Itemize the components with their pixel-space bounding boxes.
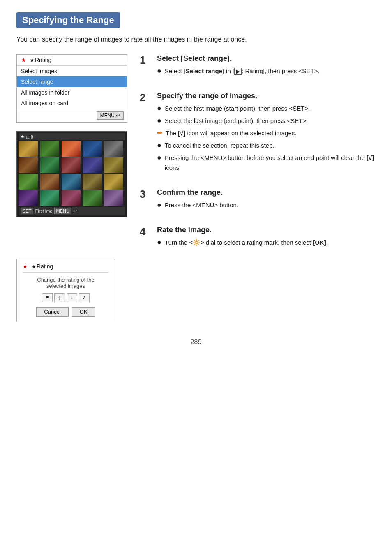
step-1-bullet-1: ● Select [Select range] in [▶: Rating], …	[157, 66, 376, 76]
step-2-bullet-1: ● Select the first image (start point), …	[157, 104, 376, 113]
star-icon-grid: ★	[21, 134, 25, 139]
step-3-number: 3	[140, 188, 152, 200]
thumb-18[interactable]	[62, 190, 81, 206]
step-3-bullets: ● Press the <MENU> button.	[157, 200, 376, 210]
steps-container: 1 Select [Select range]. ● Select [Selec…	[140, 54, 376, 250]
dialog-header: ★ ★Rating	[23, 263, 109, 273]
bullet-dot-icon: ●	[157, 66, 161, 76]
thumb-8[interactable]	[62, 157, 81, 173]
menu-label: MENU	[100, 113, 115, 118]
menu-badge-grid: MENU	[54, 208, 71, 214]
bullet-icon-4: ●	[157, 153, 161, 162]
step-3-title: Confirm the range.	[157, 188, 376, 197]
thumb-20[interactable]	[104, 190, 123, 206]
thumb-9[interactable]	[83, 157, 102, 173]
thumb-19[interactable]	[83, 190, 102, 206]
set-badge: SET	[21, 208, 33, 214]
step-1-number: 1	[140, 54, 152, 66]
grid-bottom-bar: SET First img MENU ↩	[19, 207, 125, 215]
arrow-icon-1: ➡	[157, 128, 162, 137]
thumb-3[interactable]	[62, 141, 81, 157]
step-3-b1-text: Press the <MENU> button.	[165, 200, 238, 210]
thumb-4[interactable]	[83, 141, 102, 157]
grid-folder-icon: □	[26, 134, 29, 139]
thumb-grid	[19, 141, 125, 206]
return-icon: ↩	[116, 113, 120, 118]
menu-item-all-card[interactable]: All images on card	[17, 98, 127, 109]
thumb-12[interactable]	[40, 174, 59, 190]
step-2-title: Specify the range of images.	[157, 92, 376, 100]
rating-icon-bracket[interactable]: ·]·	[54, 293, 65, 302]
step-2-number: 2	[140, 92, 152, 104]
step-2-bullet-5: ● Pressing the <MENU> button before you …	[157, 153, 376, 173]
dialog-header-text: ★Rating	[31, 263, 53, 270]
step-1-bullet-1-text: Select [Select range] in [▶: Rating], th…	[165, 66, 320, 76]
step-2-bullets: ● Select the first image (start point), …	[157, 104, 376, 173]
step-4-bullet-1: ● Turn the <🔆> dial to select a rating m…	[157, 238, 376, 248]
step-2-bullet-2: ● Select the last image (end point), the…	[157, 116, 376, 126]
thumb-11[interactable]	[19, 174, 38, 190]
step-2: 2 Specify the range of images. ● Select …	[140, 92, 376, 175]
dialog-star-icon: ★	[23, 263, 28, 270]
rating-dialog: ★ ★Rating Change the rating of theselect…	[16, 259, 115, 322]
step-2-bullet-3: ➡ The [√] icon will appear on the select…	[157, 128, 376, 138]
content-area: ★ ★Rating Select images Select range All…	[16, 54, 376, 322]
step-2-b3-text: The [√] icon will appear on the selected…	[166, 128, 296, 138]
thumb-1[interactable]	[19, 141, 38, 157]
right-column: 1 Select [Select range]. ● Select [Selec…	[140, 54, 376, 263]
rating-icon-flag[interactable]: ⚑	[42, 293, 53, 302]
step-4-number: 4	[140, 226, 152, 238]
menu-header-1: ★ ★Rating	[17, 55, 127, 66]
step-3: 3 Confirm the range. ● Press the <MENU> …	[140, 188, 376, 213]
step-4-title: Rate the image.	[157, 226, 376, 234]
step-2-bullet-4: ● To cancel the selection, repeat this s…	[157, 141, 376, 150]
thumb-6[interactable]	[19, 157, 38, 173]
page-number: 289	[16, 338, 376, 346]
bullet-icon-6: ●	[157, 238, 161, 247]
thumb-17[interactable]	[40, 190, 59, 206]
thumb-13[interactable]	[62, 174, 81, 190]
spacer	[16, 226, 127, 259]
star-icon: ★	[21, 57, 26, 63]
thumb-16[interactable]	[19, 190, 38, 206]
thumb-14[interactable]	[83, 174, 102, 190]
step-3-content: Confirm the range. ● Press the <MENU> bu…	[157, 188, 376, 213]
rating-icon-arrow[interactable]: ↓	[67, 293, 77, 302]
menu-footer-1: MENU ↩	[17, 109, 127, 122]
step-2-b5-text: Pressing the <MENU> button before you se…	[165, 153, 376, 173]
step-2-b4-text: To cancel the selection, repeat this ste…	[165, 141, 274, 150]
step-4-content: Rate the image. ● Turn the <🔆> dial to s…	[157, 226, 376, 250]
thumbnail-grid-container: ★ □ 0	[16, 131, 127, 217]
thumb-10[interactable]	[104, 157, 123, 173]
page-title: Specifying the Range	[16, 12, 120, 28]
step-1-content: Select [Select range]. ● Select [Select …	[157, 54, 376, 79]
dialog-description: Change the rating of theselected images	[23, 277, 109, 289]
step-2-b2-text: Select the last image (end point), then …	[165, 116, 308, 126]
menu-item-all-folder[interactable]: All images in folder	[17, 87, 127, 98]
menu-item-select-range[interactable]: Select range	[17, 76, 127, 87]
menu-button-1[interactable]: MENU ↩	[97, 111, 124, 120]
bullet-icon-5: ●	[157, 200, 161, 210]
step-2-b1-text: Select the first image (start point), th…	[165, 104, 310, 113]
thumb-5[interactable]	[104, 141, 123, 157]
grid-top-bar: ★ □ 0	[19, 133, 125, 140]
ok-button[interactable]: OK	[72, 307, 95, 317]
left-column: ★ ★Rating Select images Select range All…	[16, 54, 127, 322]
menu-item-select-images[interactable]: Select images	[17, 66, 127, 76]
thumb-7[interactable]	[40, 157, 59, 173]
step-2-content: Specify the range of images. ● Select th…	[157, 92, 376, 175]
bullet-icon-3: ●	[157, 141, 161, 150]
return-icon-grid: ↩	[73, 208, 77, 214]
step-4-b1-text: Turn the <🔆> dial to select a rating mar…	[165, 238, 328, 248]
step-4: 4 Rate the image. ● Turn the <🔆> dial to…	[140, 226, 376, 250]
thumb-15[interactable]	[104, 174, 123, 190]
rating-icon-caret[interactable]: ∧	[79, 293, 90, 302]
cancel-button[interactable]: Cancel	[36, 307, 68, 317]
bullet-icon-2: ●	[157, 116, 161, 125]
step-1-bullets: ● Select [Select range] in [▶: Rating], …	[157, 66, 376, 76]
thumb-2[interactable]	[40, 141, 59, 157]
step-4-bullets: ● Turn the <🔆> dial to select a rating m…	[157, 238, 376, 248]
dialog-buttons: Cancel OK	[23, 307, 109, 317]
step-1: 1 Select [Select range]. ● Select [Selec…	[140, 54, 376, 79]
bullet-icon-1: ●	[157, 104, 161, 113]
